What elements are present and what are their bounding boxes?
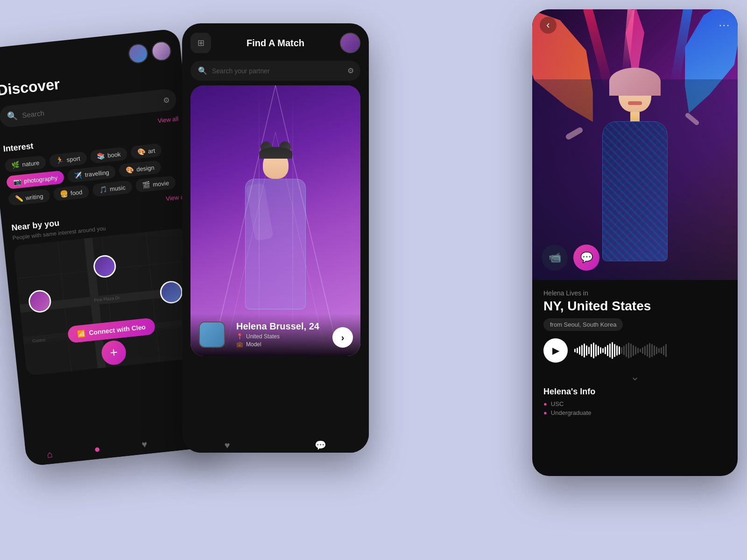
chat-icon: 💬 <box>580 252 593 264</box>
tag-sport[interactable]: 🏃sport <box>49 151 87 168</box>
waveform-bar <box>600 347 601 354</box>
scroll-down-indicator: ⌄ <box>543 370 726 383</box>
card-location: 📍 United States <box>236 333 319 340</box>
waveform-bar <box>665 344 667 357</box>
waveform-bar <box>651 344 653 357</box>
waveform-bar <box>584 343 585 357</box>
waveform-bar <box>656 347 657 354</box>
waveform-bar <box>602 348 604 353</box>
profile-person-figure <box>584 75 686 252</box>
waveform-bar <box>579 346 580 355</box>
card-next-button[interactable]: › <box>332 327 353 348</box>
tag-music[interactable]: 🎵music <box>92 180 133 197</box>
location-name: NY, United States <box>543 299 726 314</box>
waveform-bar <box>647 344 648 357</box>
search-icon: 🔍 <box>7 111 18 122</box>
phone2-nav-heart[interactable]: ♥ <box>225 440 230 451</box>
helena-info-title: Helena's Info <box>543 387 726 397</box>
info-dot-icon: ● <box>543 400 547 407</box>
profile-image-area: ‹ ··· 📹 💬 <box>532 9 738 280</box>
info-education: ● USC <box>543 400 726 407</box>
tag-nature[interactable]: 🌿nature <box>4 155 46 173</box>
tag-design[interactable]: 🎨design <box>119 160 162 177</box>
tag-book[interactable]: 📚book <box>90 147 128 164</box>
waveform-bar <box>635 346 636 355</box>
waveform-bar <box>577 348 578 353</box>
more-options-button[interactable]: ··· <box>719 19 730 31</box>
avatar-2[interactable] <box>151 40 172 62</box>
audio-player: ▶ <box>543 338 726 363</box>
waveform-bar <box>621 347 622 354</box>
profile-info-section: Helena Lives in NY, United States from S… <box>532 280 738 427</box>
tag-movie[interactable]: 🎬movie <box>135 175 176 193</box>
waveform-bar <box>623 346 625 355</box>
grid-icon: ⊞ <box>197 38 204 48</box>
tag-art[interactable]: 🎨art <box>130 143 162 160</box>
back-button[interactable]: ‹ <box>540 17 557 34</box>
filter-icon[interactable]: ⚙ <box>347 66 354 75</box>
lives-in-label: Helena Lives in <box>543 289 726 297</box>
waveform-bar <box>609 343 611 357</box>
waveform-bar <box>644 346 646 355</box>
waveform-bar <box>628 343 629 358</box>
chat-button[interactable]: 💬 <box>573 245 599 271</box>
waveform-bar <box>630 343 632 357</box>
find-match-title: Find A Match <box>247 38 304 49</box>
waveform-bar <box>598 346 599 355</box>
waveform-bar <box>588 347 590 354</box>
waveform-bar <box>605 347 606 354</box>
waveform-bar <box>640 349 641 352</box>
profile-avatar[interactable] <box>340 33 360 53</box>
profile-action-buttons: 📹 💬 <box>542 245 599 271</box>
profile-header-icons: ‹ ··· <box>540 17 730 34</box>
waveform-bar <box>658 348 660 353</box>
waveform-bar <box>586 345 587 356</box>
waveform-bar <box>574 349 576 352</box>
phone-find-match: ⊞ Find A Match 🔍 Search your partner ⚙ <box>182 23 369 453</box>
search-partner-placeholder: Search your partner <box>212 67 270 75</box>
phone2-bottom-nav: ♥ 💬 <box>182 434 369 453</box>
play-icon: ▶ <box>552 345 559 356</box>
card-thumbnail <box>199 322 225 348</box>
phone2-nav-chat[interactable]: 💬 <box>315 440 326 451</box>
card-person-name: Helena Brussel, 24 <box>236 321 319 332</box>
waveform-bar <box>614 344 615 357</box>
audio-waveform <box>574 340 726 361</box>
tag-writing[interactable]: ✏️writing <box>8 189 50 206</box>
waveform-bar <box>612 342 613 359</box>
more-icon: ··· <box>719 19 730 31</box>
tag-food[interactable]: 🍔food <box>53 185 90 202</box>
waveform-bar <box>654 345 655 356</box>
filter-icon[interactable]: ⚙ <box>163 95 170 105</box>
waveform-bar <box>619 346 620 355</box>
phone2-header: ⊞ Find A Match <box>190 33 360 53</box>
waveform-bar <box>593 343 594 358</box>
origin-badge: from Seoul, South Korea <box>543 318 623 331</box>
search-input-placeholder: Search <box>22 109 45 119</box>
avatar-1[interactable] <box>127 43 149 64</box>
nav-compass-icon[interactable]: ● <box>93 443 101 455</box>
video-call-button[interactable]: 📹 <box>542 245 568 271</box>
waveform-bar <box>595 344 597 357</box>
waveform-bar <box>642 347 643 354</box>
grid-icon-button[interactable]: ⊞ <box>190 33 211 53</box>
back-icon: ‹ <box>546 19 550 31</box>
waveform-bar <box>649 343 650 358</box>
waveform-bar <box>633 345 634 356</box>
wifi-icon: 📶 <box>77 329 86 338</box>
card-profession: 💼 Model <box>236 341 319 348</box>
tag-photography[interactable]: 📷photography <box>6 170 65 189</box>
match-card: Helena Brussel, 24 📍 United States 💼 Mod… <box>190 85 360 356</box>
play-button[interactable]: ▶ <box>543 338 568 363</box>
phone2-search-bar[interactable]: 🔍 Search your partner ⚙ <box>190 61 360 81</box>
search-icon: 🔍 <box>198 66 207 75</box>
info-degree: ● Undergraduate <box>543 409 726 416</box>
nav-heart-icon[interactable]: ♥ <box>141 439 148 450</box>
card-info-panel: Helena Brussel, 24 📍 United States 💼 Mod… <box>190 314 360 356</box>
phone-profile: ‹ ··· 📹 💬 Helena Lives in NY, United Sta… <box>532 9 738 476</box>
waveform-bar <box>626 344 627 357</box>
tag-travelling[interactable]: ✈️travelling <box>67 165 116 183</box>
info-dot-icon-2: ● <box>543 409 547 416</box>
waveform-bar <box>616 345 618 356</box>
nav-home-icon[interactable]: ⌂ <box>46 448 53 460</box>
